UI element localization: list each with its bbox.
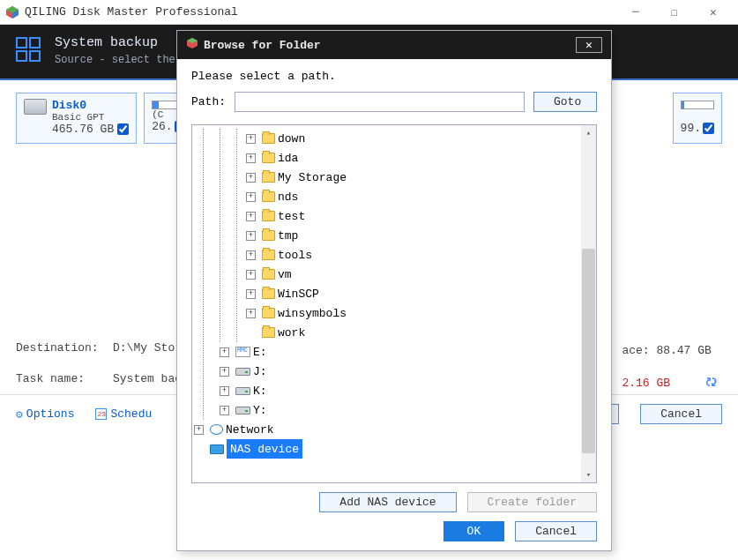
tree-item-label: Network	[226, 423, 274, 437]
tree-nas[interactable]: NAS device	[194, 439, 594, 459]
expand-icon[interactable]: +	[246, 250, 256, 260]
add-nas-button[interactable]: Add NAS device	[319, 492, 456, 512]
partition-card-last[interactable]: 99.	[673, 93, 722, 144]
tree-item-label: test	[278, 210, 305, 223]
tree-folder-test[interactable]: +test	[246, 206, 594, 226]
tree-network[interactable]: +Network	[194, 420, 594, 439]
disk-name: Disk0	[52, 99, 129, 112]
tree-item-label: J:	[253, 365, 267, 378]
disk-checkbox[interactable]	[117, 123, 129, 135]
folder-icon	[262, 308, 275, 318]
expand-icon[interactable]: +	[220, 347, 229, 357]
expand-icon[interactable]: +	[246, 289, 256, 299]
minimize-button[interactable]: ─	[616, 0, 655, 25]
drive-icon	[235, 368, 250, 376]
tree-item-label: nds	[278, 190, 298, 204]
dialog-close-button[interactable]: ✕	[576, 37, 602, 53]
expand-icon[interactable]: +	[246, 212, 256, 221]
folder-icon	[262, 211, 275, 221]
scroll-up-icon[interactable]: ▴	[581, 125, 596, 140]
dialog-cancel-button[interactable]: Cancel	[515, 521, 597, 541]
window-titlebar: QILING Disk Master Professional ─ ☐ ✕	[0, 0, 738, 25]
tree-folder-work[interactable]: work	[246, 323, 594, 342]
expand-icon[interactable]: +	[246, 231, 256, 241]
schedule-link[interactable]: Schedu	[95, 407, 152, 421]
maximize-button[interactable]: ☐	[655, 0, 694, 25]
tree-folder-ida[interactable]: +ida	[246, 148, 594, 168]
tree-drive-E:[interactable]: +E:	[220, 342, 594, 362]
system-backup-icon	[16, 35, 44, 63]
expand-icon[interactable]: +	[194, 425, 204, 435]
hdd-icon	[24, 99, 47, 115]
expand-icon[interactable]	[246, 328, 256, 338]
tree-item-label: WinSCP	[278, 287, 319, 301]
partition-checkbox[interactable]	[703, 123, 714, 134]
tree-folder-My Storage[interactable]: +My Storage	[246, 168, 594, 187]
tree-item-label: tools	[278, 249, 312, 262]
nas-icon	[210, 444, 224, 454]
tree-folder-down[interactable]: +down	[246, 129, 594, 148]
tree-folder-tmp[interactable]: +tmp	[246, 226, 594, 245]
disk-card-disk0[interactable]: Disk0 Basic GPT 465.76 GB	[16, 93, 137, 144]
folder-icon	[262, 172, 275, 183]
folder-icon	[262, 133, 275, 144]
expand-icon[interactable]: +	[220, 406, 229, 415]
scroll-thumb[interactable]	[582, 249, 595, 453]
disk-size: 465.76 GB	[52, 123, 114, 136]
tree-folder-tools[interactable]: +tools	[246, 245, 594, 265]
drive-icon	[235, 387, 250, 395]
tree-folder-WinSCP[interactable]: +WinSCP	[246, 284, 594, 303]
expand-icon[interactable]: +	[220, 386, 229, 396]
expand-icon[interactable]: +	[246, 153, 256, 163]
tree-scrollbar[interactable]: ▴ ▾	[581, 125, 596, 482]
expand-icon[interactable]: +	[246, 173, 256, 183]
ok-button[interactable]: OK	[444, 521, 505, 541]
page-title: System backup	[55, 35, 175, 50]
expand-icon[interactable]: +	[246, 192, 256, 202]
tree-item-label: work	[278, 326, 305, 340]
cancel-button[interactable]: Cancel	[640, 404, 722, 424]
window-title: QILING Disk Master Professional	[25, 5, 616, 19]
path-input[interactable]	[235, 92, 525, 112]
tree-item-label: ida	[278, 152, 298, 165]
expand-icon[interactable]: +	[220, 367, 229, 377]
drive-icon	[235, 407, 250, 414]
tree-drive-Y:[interactable]: +Y:	[220, 400, 594, 420]
options-link[interactable]: ⚙Options	[16, 407, 74, 422]
drive-icon	[235, 347, 250, 357]
expand-icon[interactable]: +	[246, 134, 256, 144]
disk-type: Basic GPT	[52, 112, 129, 123]
tree-item-label: down	[278, 132, 305, 146]
required-space: 2.16 GB	[622, 377, 670, 390]
partition-used: 99.	[681, 122, 701, 135]
tree-folder-nds[interactable]: +nds	[246, 187, 594, 206]
tree-drive-K:[interactable]: +K:	[220, 381, 594, 400]
folder-icon	[262, 191, 275, 202]
tree-folder-winsymbols[interactable]: +winsymbols	[246, 303, 594, 323]
expand-icon[interactable]: +	[246, 270, 256, 280]
tree-drive-J:[interactable]: +J:	[220, 362, 594, 381]
app-logo-icon	[5, 5, 19, 19]
tree-item-label: My Storage	[278, 171, 347, 184]
gear-icon: ⚙	[16, 407, 23, 422]
expand-icon[interactable]: +	[246, 309, 256, 318]
folder-icon	[262, 269, 275, 280]
browse-folder-dialog: Browse for Folder ✕ Please select a path…	[176, 30, 612, 551]
tree-item-label: NAS device	[227, 439, 302, 459]
scroll-down-icon[interactable]: ▾	[581, 467, 596, 482]
tree-folder-vm[interactable]: +vm	[246, 265, 594, 284]
dialog-title: Browse for Folder	[204, 39, 576, 52]
page-subtitle: Source - select the	[55, 54, 175, 66]
close-button[interactable]: ✕	[694, 0, 733, 25]
tree-item-label: E:	[253, 346, 267, 359]
space-info: ace: 88.47 GB 2.16 GB 🗘	[622, 344, 717, 390]
calendar-icon	[95, 408, 107, 420]
goto-button[interactable]: Goto	[533, 92, 597, 112]
refresh-icon[interactable]: 🗘	[705, 377, 717, 390]
tree-item-label: Y:	[253, 404, 267, 417]
destination-label: Destination:	[16, 341, 106, 355]
dialog-logo-icon	[186, 37, 198, 53]
folder-icon	[262, 230, 275, 241]
tree-item-label: K:	[253, 385, 267, 398]
create-folder-button[interactable]: Create folder	[467, 492, 597, 512]
